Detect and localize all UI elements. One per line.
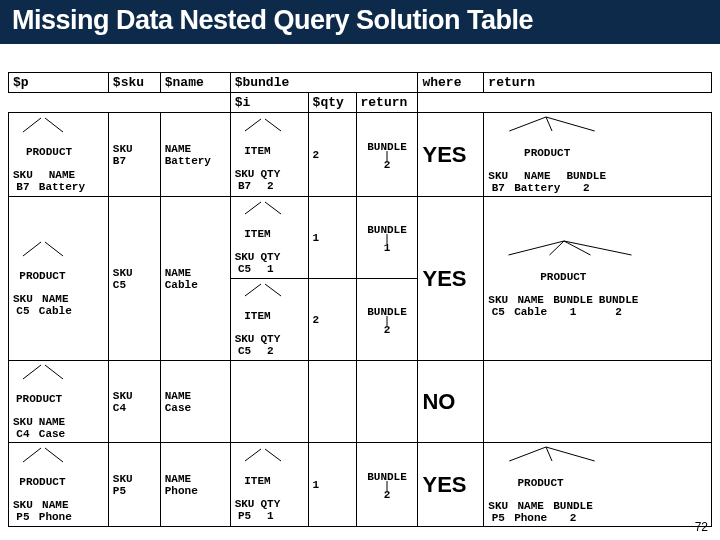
page-number: 72: [695, 520, 708, 534]
svg-line-17: [245, 284, 261, 296]
svg-line-15: [564, 241, 591, 255]
where-cell: YES: [418, 443, 484, 527]
svg-line-21: [45, 365, 63, 379]
ret-cell: BUNDLE 2: [356, 279, 418, 361]
i-cell: ITEM SKUP5 QTY1: [230, 443, 308, 527]
item-tree: ITEM SKUP5 QTY1: [235, 447, 304, 522]
svg-line-7: [546, 117, 595, 131]
svg-line-8: [23, 242, 41, 256]
svg-line-20: [23, 365, 41, 379]
result-product-tree: PRODUCT SKUP5 NAMEPhone BUNDLE2: [488, 445, 707, 524]
name-cell: NAMECable: [165, 267, 226, 291]
table-row: PRODUCT SKUC5 NAMECable SKUC5NAMECable I…: [9, 197, 712, 279]
svg-line-13: [509, 241, 565, 255]
hdr-bundle: $bundle: [230, 73, 418, 93]
bundle-node: BUNDLE 2: [361, 139, 414, 171]
sku-cell: SKUP5: [113, 473, 156, 497]
hdr-where: where: [418, 73, 484, 93]
svg-line-0: [23, 118, 41, 132]
qty-cell: [308, 361, 356, 443]
hdr-name: $name: [160, 73, 230, 93]
qty-cell: 1: [308, 197, 356, 279]
ret-cell: BUNDLE 2: [356, 113, 418, 197]
bundle-node: BUNDLE 2: [361, 304, 414, 336]
ret-cell: [356, 361, 418, 443]
i-cell: [230, 361, 308, 443]
item-tree: ITEM SKUB7 QTY2: [235, 117, 304, 192]
hdr-return2: return: [484, 73, 712, 93]
where-cell: YES: [418, 197, 484, 361]
p-cell: PRODUCT SKUC4 NAMECase: [9, 361, 109, 443]
return2-cell: PRODUCT SKUP5 NAMEPhone BUNDLE2: [484, 443, 712, 527]
product-tree: PRODUCT SKUC5 NAMECable: [13, 240, 104, 317]
where-cell: YES: [418, 113, 484, 197]
p-cell: PRODUCT SKUB7 NAMEBattery: [9, 113, 109, 197]
product-tree: PRODUCT SKUC4 NAMECase: [13, 363, 104, 440]
svg-line-27: [510, 447, 547, 461]
ret-cell: BUNDLE 1: [356, 197, 418, 279]
i-cell: ITEM SKUC5 QTY2: [230, 279, 308, 361]
header-row-1: $p $sku $name $bundle where return: [9, 73, 712, 93]
name-col: NAMEBattery: [160, 113, 230, 197]
sku-col: SKUC5: [108, 197, 160, 361]
sku-col: SKUP5: [108, 443, 160, 527]
item-tree: ITEM SKUC5 QTY1: [235, 200, 304, 275]
item-tree: ITEM SKUC5 QTY2: [235, 282, 304, 357]
hdr-return1: return: [356, 93, 418, 113]
sku-cell: SKUC4: [113, 390, 156, 414]
where-cell: NO: [418, 361, 484, 443]
product-tree: PRODUCT SKUB7 NAMEBattery: [13, 116, 104, 193]
svg-line-1: [45, 118, 63, 132]
qty-cell: 2: [308, 113, 356, 197]
svg-line-5: [510, 117, 547, 131]
slide-title: Missing Data Nested Query Solution Table: [0, 0, 720, 44]
return2-cell: PRODUCT SKUB7 NAMEBattery BUNDLE2: [484, 113, 712, 197]
hdr-qty: $qty: [308, 93, 356, 113]
name-col: NAMECase: [160, 361, 230, 443]
sku-cell: SKUC5: [113, 267, 156, 291]
solution-table: $p $sku $name $bundle where return $i $q…: [8, 72, 712, 527]
svg-line-18: [265, 284, 281, 296]
name-cell: NAMEPhone: [165, 473, 226, 497]
name-cell: NAMECase: [165, 390, 226, 414]
return2-cell: PRODUCT SKUC5 NAMECable BUNDLE1 BUNDLE2: [484, 197, 712, 361]
sku-col: SKUC4: [108, 361, 160, 443]
qty-cell: 2: [308, 279, 356, 361]
svg-line-16: [564, 241, 632, 255]
svg-line-2: [245, 119, 261, 131]
hdr-sku: $sku: [108, 73, 160, 93]
bundle-node: BUNDLE 1: [361, 222, 414, 254]
table-row: PRODUCT SKUB7 NAMEBattery SKUB7NAMEBatte…: [9, 113, 712, 197]
i-cell: ITEM SKUB7 QTY2: [230, 113, 308, 197]
svg-line-9: [45, 242, 63, 256]
sku-cell: SKUB7: [113, 143, 156, 167]
svg-line-6: [546, 117, 552, 131]
name-col: NAMECable: [160, 197, 230, 361]
svg-line-28: [546, 447, 552, 461]
svg-line-29: [546, 447, 595, 461]
svg-line-25: [265, 449, 281, 461]
hdr-i: $i: [230, 93, 308, 113]
sku-col: SKUB7: [108, 113, 160, 197]
i-cell: ITEM SKUC5 QTY1: [230, 197, 308, 279]
header-row-2: $i $qty return: [9, 93, 712, 113]
product-tree: PRODUCT SKUP5 NAMEPhone: [13, 446, 104, 523]
qty-cell: 1: [308, 443, 356, 527]
return2-cell: [484, 361, 712, 443]
svg-line-23: [45, 448, 63, 462]
svg-line-22: [23, 448, 41, 462]
svg-line-11: [265, 202, 281, 214]
result-product-tree: PRODUCT SKUC5 NAMECable BUNDLE1 BUNDLE2: [488, 239, 707, 318]
name-col: NAMEPhone: [160, 443, 230, 527]
hdr-p: $p: [9, 73, 109, 93]
table-row: PRODUCT SKUP5 NAMEPhone SKUP5NAMEPhone I…: [9, 443, 712, 527]
bundle-node: BUNDLE 2: [361, 469, 414, 501]
ret-cell: BUNDLE 2: [356, 443, 418, 527]
svg-line-24: [245, 449, 261, 461]
table-row: PRODUCT SKUC4 NAMECase SKUC4NAMECaseNO: [9, 361, 712, 443]
result-product-tree: PRODUCT SKUB7 NAMEBattery BUNDLE2: [488, 115, 707, 194]
name-cell: NAMEBattery: [165, 143, 226, 167]
svg-line-3: [265, 119, 281, 131]
svg-line-10: [245, 202, 261, 214]
p-cell: PRODUCT SKUP5 NAMEPhone: [9, 443, 109, 527]
